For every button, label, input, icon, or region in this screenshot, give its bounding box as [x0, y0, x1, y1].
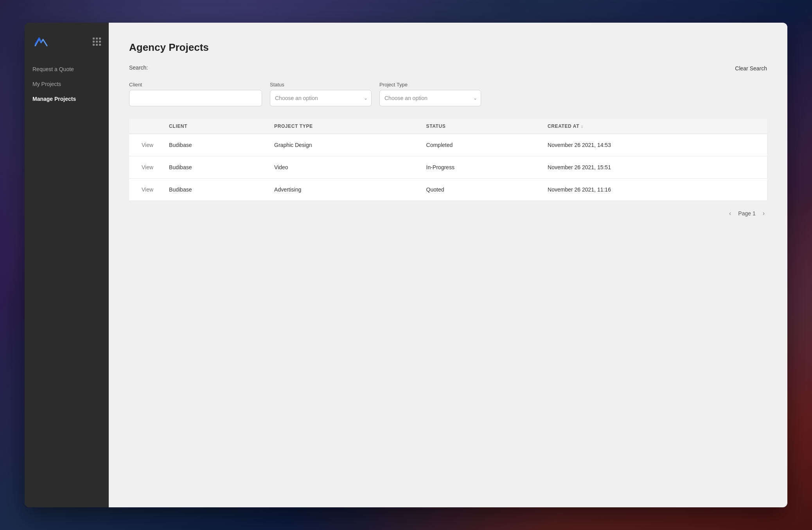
th-created-at: CREATED AT ↕ [541, 119, 767, 134]
td-created-at-2: November 26 2021, 11:16 [541, 179, 767, 201]
projects-table: CLIENT PROJECT TYPE STATUS CREATED AT ↕ [129, 119, 767, 201]
sidebar-item-request-quote[interactable]: Request a Quote [25, 62, 109, 77]
sidebar: Request a Quote My Projects Manage Proje… [25, 23, 109, 507]
table-body: View Budibase Graphic Design Completed N… [129, 134, 767, 201]
client-field-label: Client [129, 82, 262, 88]
clear-search-button[interactable]: Clear Search [735, 65, 767, 75]
status-field-label: Status [270, 82, 372, 88]
td-client-2: Budibase [163, 179, 268, 201]
app-container: Request a Quote My Projects Manage Proje… [25, 23, 787, 507]
table-header-row: CLIENT PROJECT TYPE STATUS CREATED AT ↕ [129, 119, 767, 134]
search-header: Search: Clear Search [129, 64, 767, 76]
project-type-field-group: Project Type Choose an option ⌄ [379, 82, 481, 106]
status-field-group: Status Choose an option ⌄ [270, 82, 372, 106]
view-button-1[interactable]: View [138, 163, 156, 172]
pagination: ‹ Page 1 › [129, 209, 767, 218]
td-client-1: Budibase [163, 156, 268, 179]
search-label: Search: [129, 64, 148, 71]
client-search-input[interactable] [129, 90, 262, 106]
td-project-type-0: Graphic Design [268, 134, 420, 156]
td-status-2: Quoted [420, 179, 542, 201]
view-button-2[interactable]: View [138, 185, 156, 194]
project-type-field-label: Project Type [379, 82, 481, 88]
th-project-type: PROJECT TYPE [268, 119, 420, 134]
th-client: CLIENT [163, 119, 268, 134]
td-status-1: In-Progress [420, 156, 542, 179]
td-project-type-2: Advertising [268, 179, 420, 201]
sidebar-item-manage-projects[interactable]: Manage Projects [25, 91, 109, 106]
td-view-1: View [129, 156, 163, 179]
project-type-select[interactable]: Choose an option [379, 90, 481, 106]
th-view [129, 119, 163, 134]
page-title: Agency Projects [129, 41, 767, 54]
status-select[interactable]: Choose an option [270, 90, 372, 106]
table-row: View Budibase Graphic Design Completed N… [129, 134, 767, 156]
td-project-type-1: Video [268, 156, 420, 179]
client-field-group: Client [129, 82, 262, 106]
table-row: View Budibase Video In-Progress November… [129, 156, 767, 179]
td-view-2: View [129, 179, 163, 201]
apps-grid-icon[interactable] [93, 38, 101, 46]
view-button-0[interactable]: View [138, 140, 156, 150]
app-logo [32, 34, 48, 49]
next-page-button[interactable]: › [760, 209, 767, 218]
td-status-0: Completed [420, 134, 542, 156]
status-select-wrapper: Choose an option ⌄ [270, 90, 372, 106]
sidebar-navigation: Request a Quote My Projects Manage Proje… [25, 59, 109, 109]
th-status: STATUS [420, 119, 542, 134]
td-created-at-0: November 26 2021, 14:53 [541, 134, 767, 156]
td-client-0: Budibase [163, 134, 268, 156]
search-controls: Client Status Choose an option ⌄ Project… [129, 82, 767, 106]
td-view-0: View [129, 134, 163, 156]
td-created-at-1: November 26 2021, 15:51 [541, 156, 767, 179]
sort-icon[interactable]: ↕ [581, 124, 583, 129]
page-indicator: Page 1 [738, 210, 755, 217]
table-row: View Budibase Advertising Quoted Novembe… [129, 179, 767, 201]
project-type-select-wrapper: Choose an option ⌄ [379, 90, 481, 106]
prev-page-button[interactable]: ‹ [727, 209, 733, 218]
sidebar-header [25, 23, 109, 59]
main-content: Agency Projects Search: Clear Search Cli… [109, 23, 787, 507]
search-section: Search: Clear Search Client Status Choos… [129, 64, 767, 106]
sidebar-item-my-projects[interactable]: My Projects [25, 77, 109, 91]
